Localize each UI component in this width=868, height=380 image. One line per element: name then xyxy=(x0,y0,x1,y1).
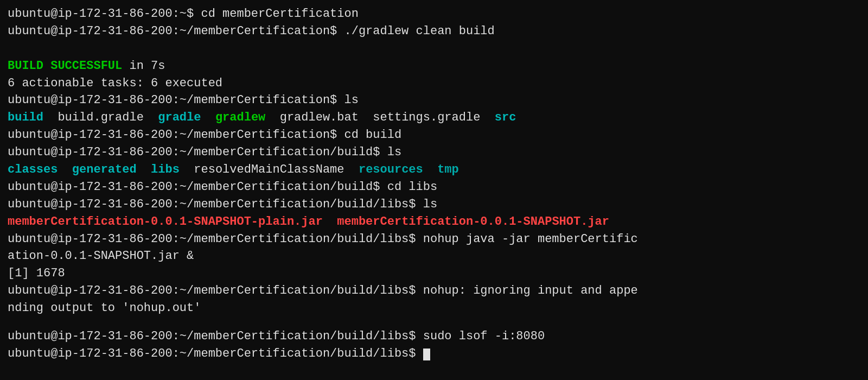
file-build-gradle: build.gradle xyxy=(43,111,158,124)
terminal-line-tasks: 6 actionable tasks: 6 executed xyxy=(8,75,860,92)
terminal-line-ls-libs: ubuntu@ip-172-31-86-200:~/memberCertific… xyxy=(8,196,860,213)
terminal-line-final: ubuntu@ip-172-31-86-200:~/memberCertific… xyxy=(8,345,860,363)
dir-classes: classes xyxy=(8,163,58,176)
dir-src: src xyxy=(495,111,516,124)
dir-resources: resources xyxy=(359,163,423,176)
terminal-line-cd-build: ubuntu@ip-172-31-86-200:~/memberCertific… xyxy=(8,126,860,144)
terminal-line-ls-build: ubuntu@ip-172-31-86-200:~/memberCertific… xyxy=(8,144,860,161)
build-time: in 7s xyxy=(122,59,165,73)
terminal-line-1: ubuntu@ip-172-31-86-200:~$ cd memberCert… xyxy=(8,5,860,23)
terminal-line-nohup2: ation-0.0.1-SNAPSHOT.jar & xyxy=(8,248,860,265)
build-success-text: BUILD SUCCESSFUL xyxy=(8,59,122,73)
terminal-line-jars: memberCertification-0.0.1-SNAPSHOT-plain… xyxy=(8,213,860,231)
terminal-line-blank1 xyxy=(8,40,860,58)
terminal-line-ls1: ubuntu@ip-172-31-86-200:~/memberCertific… xyxy=(8,92,860,109)
terminal-line-ls-build-output: classes generated libs resolvedMainClass… xyxy=(8,161,860,179)
jar-main: memberCertification-0.0.1-SNAPSHOT.jar xyxy=(337,215,609,229)
terminal-line-lsof: ubuntu@ip-172-31-86-200:~/memberCertific… xyxy=(8,328,860,345)
dir-build: build xyxy=(8,111,43,124)
dir-gradle: gradle xyxy=(158,111,201,124)
terminal-line-build: BUILD SUCCESSFUL in 7s xyxy=(8,58,860,75)
dir-generated: generated xyxy=(72,163,137,176)
cursor-block xyxy=(423,349,430,360)
final-prompt-text: ubuntu@ip-172-31-86-200:~/memberCertific… xyxy=(8,347,423,360)
terminal-line-ls1-output: build build.gradle gradle gradlew gradle… xyxy=(8,109,860,126)
terminal-line-cd-libs: ubuntu@ip-172-31-86-200:~/memberCertific… xyxy=(8,179,860,196)
terminal-line-2: ubuntu@ip-172-31-86-200:~/memberCertific… xyxy=(8,23,860,40)
terminal-line-nohup1: ubuntu@ip-172-31-86-200:~/memberCertific… xyxy=(8,231,860,248)
terminal: ubuntu@ip-172-31-86-200:~$ cd memberCert… xyxy=(0,0,868,380)
file-gradlew: gradlew xyxy=(215,111,265,124)
dir-tmp: tmp xyxy=(437,163,459,176)
jar-plain: memberCertification-0.0.1-SNAPSHOT-plain… xyxy=(8,215,323,229)
terminal-line-nohup-ignore2: nding output to 'nohup.out' xyxy=(8,300,860,317)
spacer xyxy=(8,317,860,328)
terminal-line-nohup-ignore1: ubuntu@ip-172-31-86-200:~/memberCertific… xyxy=(8,282,860,300)
terminal-line-job: [1] 1678 xyxy=(8,265,860,282)
dir-libs: libs xyxy=(151,163,180,176)
